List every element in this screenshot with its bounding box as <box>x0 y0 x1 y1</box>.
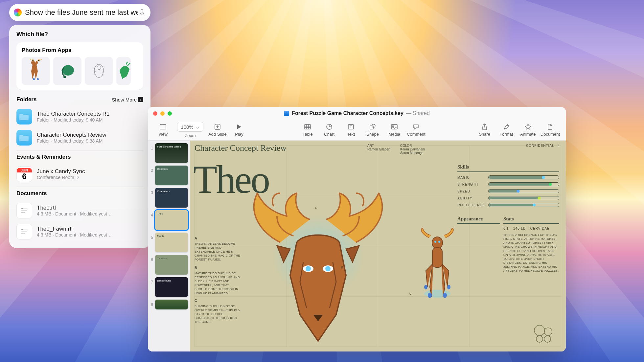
results-prompt: Which file? <box>9 31 150 42</box>
document-button[interactable]: Document <box>540 123 560 137</box>
folder-title: Theo Character Concepts R1 <box>37 111 143 117</box>
svg-rect-0 <box>141 10 143 13</box>
folder-title: Character Concepts Review <box>37 132 143 138</box>
slide-canvas[interactable]: Character Concept Review Theo CONFIDENTI… <box>190 141 566 351</box>
note-c: CSHADING SHOULD NOT BE OVERLY COMPLEX—TH… <box>195 298 241 324</box>
search-input[interactable] <box>25 8 138 17</box>
close-button[interactable] <box>153 111 157 116</box>
keynote-window: Forest Puzzle Game Character Concepts.ke… <box>148 107 566 351</box>
svg-point-27 <box>424 285 427 289</box>
slide-navigator[interactable]: 1Forest Puzzle Game 2Contents 3Character… <box>148 141 190 351</box>
photo-thumb[interactable] <box>22 57 50 85</box>
head-proportions-icon <box>533 324 556 345</box>
events-list: JUN6 June x Candy SyncConference Room D <box>9 164 150 185</box>
slide-thumb[interactable]: 7Background <box>150 277 188 297</box>
document-row[interactable]: H▬▬▬▬▬▬▬ Theo.rtf4.3 MB · Document · Mod… <box>12 200 147 221</box>
slide-thumb[interactable]: 6Timeline <box>150 255 188 275</box>
document-row[interactable]: H▬▬▬▬▬▬▬ Theo_Fawn.rtf4.3 MB · Document … <box>12 221 147 242</box>
siri-icon <box>14 9 22 16</box>
share-icon <box>482 123 487 130</box>
slide-thumb[interactable]: 8 <box>150 300 188 309</box>
document-icon <box>548 123 552 130</box>
zoom-dropdown[interactable]: 100%⌄Zoom <box>175 122 205 138</box>
event-row[interactable]: JUN6 June x Candy SyncConference Room D <box>12 164 147 185</box>
microphone-icon[interactable] <box>138 9 146 16</box>
folder-sub: Folder · Modified today, 9:38 AM <box>37 138 143 144</box>
folders-header: Folders <box>16 96 36 103</box>
svg-point-4 <box>63 76 66 78</box>
play-icon <box>237 123 242 130</box>
show-more-button[interactable]: Show More› <box>112 97 143 102</box>
svg-point-31 <box>536 336 543 342</box>
share-button[interactable]: Share <box>475 123 494 137</box>
svg-point-21 <box>432 237 443 249</box>
svg-point-29 <box>534 325 545 336</box>
text-icon <box>348 123 354 130</box>
event-sub: Conference Room D <box>37 175 143 180</box>
format-icon <box>503 123 509 130</box>
chart-icon <box>326 123 332 130</box>
svg-point-1 <box>33 78 35 80</box>
folder-row[interactable]: Character Concepts ReviewFolder · Modifi… <box>12 127 147 148</box>
skills-panel: Skills MAGICSTRENGTHSPEEDAGILITYINTELLIG… <box>457 164 559 210</box>
skill-row: MAGIC <box>457 175 559 179</box>
titlebar: Forest Puzzle Game Character Concepts.ke… <box>148 107 566 120</box>
svg-point-19 <box>325 266 331 271</box>
add-slide-button[interactable]: Add Slide <box>208 123 227 137</box>
event-title: June x Candy Sync <box>37 168 143 175</box>
document-sub: 4.3 MB · Document · Modified yest… <box>37 211 143 216</box>
folder-row[interactable]: Theo Character Concepts R1Folder · Modif… <box>12 106 147 127</box>
document-title: Theo_Fawn.rtf <box>37 226 143 232</box>
animate-button[interactable]: Animate <box>519 123 537 137</box>
format-button[interactable]: Format <box>497 123 516 137</box>
text-button[interactable]: Text <box>342 123 360 137</box>
slide-thumb[interactable]: 3Characters <box>150 188 188 208</box>
comment-icon <box>413 123 419 130</box>
appearance-panel: Appearance <box>457 216 500 227</box>
photo-thumb[interactable] <box>85 57 113 85</box>
skill-row: INTELLIGENCE <box>457 203 559 207</box>
photo-thumb[interactable] <box>116 57 131 85</box>
slide-thumb[interactable]: 4Theo <box>150 210 188 230</box>
calendar-icon: JUN6 <box>16 166 32 182</box>
svg-rect-8 <box>305 124 310 129</box>
character-fullbody <box>416 228 459 307</box>
sidebar-icon <box>160 123 166 130</box>
photo-thumb[interactable] <box>53 57 81 85</box>
slide-thumb[interactable]: 2Contents <box>150 166 188 185</box>
fullscreen-button[interactable] <box>168 111 172 116</box>
skill-row: SPEED <box>457 189 559 193</box>
svg-point-30 <box>544 328 552 336</box>
label-b: B <box>341 265 343 269</box>
search-field[interactable] <box>9 4 150 21</box>
table-button[interactable]: Table <box>298 123 317 137</box>
animate-icon <box>525 123 531 130</box>
minimize-button[interactable] <box>160 111 165 116</box>
documents-header: Documents <box>16 190 47 197</box>
photos-header: Photos From Apps <box>22 47 138 54</box>
svg-point-2 <box>37 78 39 80</box>
toolbar: View 100%⌄Zoom Add Slide Play Table Char… <box>148 120 566 141</box>
spotlight-panel: Which file? Photos From Apps Folders Sho… <box>9 4 150 248</box>
slide-thumb[interactable]: 5Moritz <box>150 233 188 252</box>
label-c: C <box>409 292 412 296</box>
shape-button[interactable]: Shape <box>363 123 382 137</box>
label-a: A <box>315 206 317 210</box>
slide-thumb[interactable]: 1Forest Puzzle Game <box>150 143 188 163</box>
comment-button[interactable]: Comment <box>407 123 425 137</box>
section-title: Character Concept Review <box>195 143 287 153</box>
svg-point-3 <box>62 65 74 76</box>
view-button[interactable]: View <box>154 123 172 137</box>
svg-point-32 <box>544 336 551 342</box>
media-button[interactable]: Media <box>385 123 403 137</box>
chart-button[interactable]: Chart <box>320 123 338 137</box>
skill-row: STRENGTH <box>457 182 559 186</box>
svg-point-22 <box>434 241 436 243</box>
play-button[interactable]: Play <box>230 123 248 137</box>
document-name: Forest Puzzle Game Character Concepts.ke… <box>292 110 403 116</box>
confidential-label: CONFIDENTIAL 4 <box>526 144 560 147</box>
svg-point-25 <box>428 293 432 298</box>
document-sub: 4.3 MB · Document · Modified yest… <box>37 232 143 238</box>
document-icon: H▬▬▬▬▬▬▬ <box>16 224 32 239</box>
chevron-down-icon: ⌄ <box>196 124 200 130</box>
